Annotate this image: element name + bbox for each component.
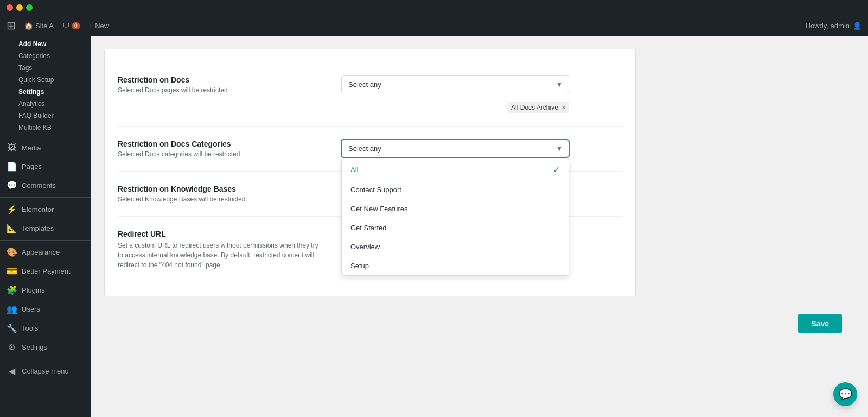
sidebar-item-label: Templates [22,224,54,232]
admin-bar: ⊞ 🏠 Site A 🗨 0 + New Howdy, admin 👤 [0,15,868,36]
dropdown-item-overview[interactable]: Overview [342,237,569,256]
templates-icon: 📐 [7,223,17,233]
section-title-redirect: Redirect URL [118,230,324,238]
dropdown-item-get-started[interactable]: Get Started [342,218,569,237]
wp-logo-icon[interactable]: ⊞ [7,19,16,32]
sidebar-item-pages[interactable]: 📄 Pages [0,157,91,176]
docs-select[interactable]: Select any [341,75,569,93]
tag-label: All Docs Archive [511,104,558,111]
sidebar-item-comments[interactable]: 💬 Comments [0,176,91,195]
main-content: Restriction on Docs Selected Docs pages … [91,36,868,417]
section-desc-kb: Selected Knowledge Bases will be restric… [118,195,324,203]
settings-icon: ⚙ [7,342,17,352]
dropdown-item-label: All [350,166,358,174]
save-button[interactable]: Save [798,314,842,333]
plugins-icon: 🧩 [7,285,17,295]
section-restriction-categories: Restriction on Docs Categories Selected … [118,127,622,172]
section-label-kb: Restriction on Knowledge Bases Selected … [118,185,324,203]
dropdown-item-contact-support[interactable]: Contact Support [342,180,569,199]
save-bar: Save [104,305,855,333]
sidebar-sub-analytics[interactable]: Analytics [0,98,91,110]
titlebar [0,0,868,15]
categories-select[interactable]: Select any [341,140,569,157]
sidebar-item-templates[interactable]: 📐 Templates [0,219,91,238]
section-title-categories: Restriction on Docs Categories [118,140,324,148]
dropdown-item-all[interactable]: All ✓ [342,159,569,180]
section-label-docs: Restriction on Docs Selected Docs pages … [118,75,324,94]
pages-icon: 📄 [7,161,17,172]
tools-icon: 🔧 [7,323,17,333]
sidebar-item-appearance[interactable]: 🎨 Appearance [0,243,91,262]
section-control-categories: Select any ▼ All ✓ Contact Support [341,140,622,157]
comments-link[interactable]: 🗨 0 [62,22,80,30]
appearance-icon: 🎨 [7,247,17,257]
sidebar-sub-quick-setup[interactable]: Quick Setup [0,74,91,86]
sidebar-item-media[interactable]: 🖼 Media [0,138,91,157]
sidebar-item-label: Settings [22,343,47,351]
user-avatar: 👤 [853,22,861,30]
howdy-text: Howdy, admin 👤 [806,22,861,30]
new-link[interactable]: + New [89,22,110,30]
payment-icon: 💳 [7,266,17,276]
tag-remove-icon[interactable]: × [561,103,566,112]
dropdown-item-label: Get Started [350,224,386,232]
sidebar: Add New Categories Tags Quick Setup Sett… [0,36,91,417]
section-desc-docs: Selected Docs pages will be restricted [118,86,324,94]
site-name-link[interactable]: 🏠 Site A [24,22,54,30]
sidebar-item-users[interactable]: 👥 Users [0,300,91,319]
sidebar-sub-tags[interactable]: Tags [0,62,91,74]
close-button[interactable] [7,4,13,11]
site-name-text: Site A [35,22,54,30]
chat-bubble[interactable]: 💬 [833,382,857,406]
docs-select-placeholder: Select any [348,80,381,89]
dropdown-item-label: Get New Features [350,205,408,213]
sidebar-item-tools[interactable]: 🔧 Tools [0,319,91,338]
dropdown-item-label: Setup [350,262,369,270]
tag-chip-all-docs-archive: All Docs Archive × [508,102,569,113]
sidebar-item-plugins[interactable]: 🧩 Plugins [0,281,91,300]
dropdown-item-label: Contact Support [350,186,401,194]
sidebar-item-label: Comments [22,181,56,189]
section-control-docs: Select any ▼ All Docs Archive × [341,75,622,113]
docs-select-wrapper: Select any ▼ [341,75,569,93]
sidebar-divider-1 [0,136,91,136]
sidebar-sub-settings[interactable]: Settings [0,86,91,98]
dropdown-item-label: Overview [350,243,380,251]
traffic-lights [7,4,33,11]
content-area: Restriction on Docs Selected Docs pages … [104,49,636,296]
sidebar-item-label: Appearance [22,248,60,256]
minimize-button[interactable] [16,4,23,11]
app-body: Add New Categories Tags Quick Setup Sett… [0,36,868,417]
section-restriction-docs: Restriction on Docs Selected Docs pages … [118,62,622,127]
categories-select-placeholder: Select any [348,144,381,153]
users-icon: 👥 [7,304,17,314]
section-title-kb: Restriction on Knowledge Bases [118,185,324,193]
sidebar-item-better-payment[interactable]: 💳 Better Payment [0,262,91,281]
sidebar-item-label: Media [22,144,41,152]
sidebar-item-elementor[interactable]: ⚡ Elementor [0,200,91,219]
sidebar-divider-4 [0,359,91,359]
section-desc-categories: Selected Docs categories will be restric… [118,150,324,158]
sidebar-item-label: Users [22,305,40,313]
sidebar-item-label: Elementor [22,205,54,213]
comments-icon: 🗨 [62,22,69,30]
sidebar-item-collapse[interactable]: ◀ Collapse menu [0,362,91,381]
collapse-icon: ◀ [7,366,17,376]
dropdown-item-setup[interactable]: Setup [342,256,569,275]
sidebar-item-label: Pages [22,162,42,170]
new-label: New [95,22,109,30]
elementor-icon: ⚡ [7,204,17,214]
categories-select-wrapper: Select any ▼ All ✓ Contact Support [341,140,569,157]
comments-count: 0 [72,22,80,29]
categories-dropdown-menu: All ✓ Contact Support Get New Features G… [341,159,569,276]
check-icon: ✓ [553,165,560,175]
sidebar-sub-multiple-kb[interactable]: Multiple KB [0,122,91,134]
sidebar-sub-add-new[interactable]: Add New [0,38,91,50]
sidebar-sub-faq-builder[interactable]: FAQ Builder [0,110,91,122]
dropdown-item-get-new-features[interactable]: Get New Features [342,199,569,218]
sidebar-item-settings[interactable]: ⚙ Settings [0,338,91,357]
media-icon: 🖼 [7,143,17,153]
sidebar-sub-categories[interactable]: Categories [0,50,91,62]
maximize-button[interactable] [26,4,33,11]
home-icon: 🏠 [24,22,33,30]
